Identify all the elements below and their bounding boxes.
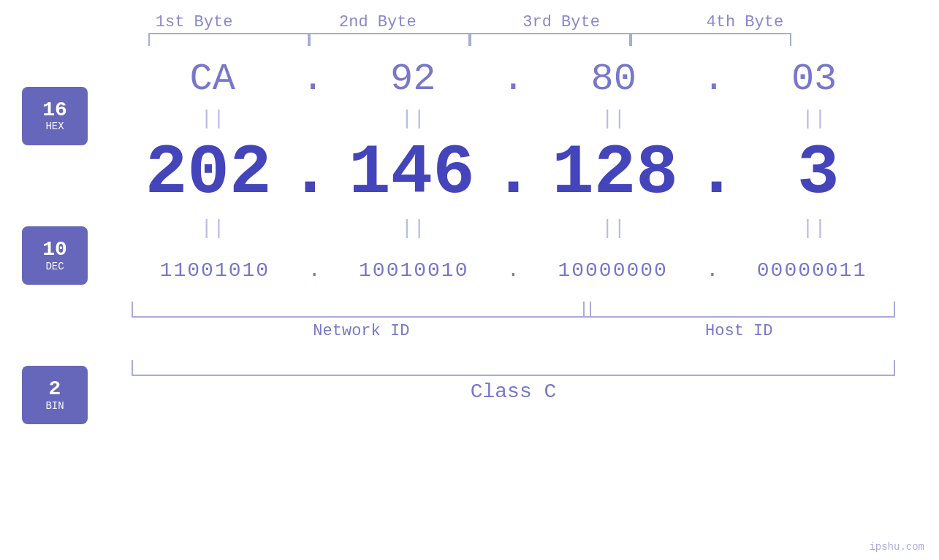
host-id-label: Host ID [583, 322, 896, 340]
hex-num: 16 [42, 99, 67, 122]
network-host-section: Network ID Host ID [102, 302, 924, 360]
hex-dot3: . [702, 58, 725, 101]
hex-dot2: . [502, 58, 525, 101]
eq1-b4: || [741, 109, 887, 129]
hex-b3: 80 [541, 58, 687, 101]
dec-dot1: . [289, 139, 331, 209]
dec-dot3: . [696, 139, 738, 209]
hex-dot1: . [301, 58, 324, 101]
byte2-header: 2nd Byte [297, 13, 458, 31]
bin-dot2: . [507, 259, 520, 282]
eq2-b4: || [741, 218, 887, 239]
hex-badge: 16 HEX [22, 87, 88, 145]
bin-badge: 2 BIN [22, 366, 88, 424]
eq2-b2: || [340, 218, 486, 239]
byte-headers: 1st Byte 2nd Byte 3rd Byte 4th Byte [0, 0, 939, 31]
base-labels: 16 HEX 10 DEC 2 BIN [0, 46, 102, 560]
equals-row-2: || || || || [102, 214, 924, 243]
bin-dot1: . [308, 259, 321, 282]
bin-b3: 10000000 [540, 259, 686, 282]
dec-b2: 146 [338, 139, 484, 209]
bin-b2: 10010010 [341, 259, 487, 282]
byte1-header: 1st Byte [114, 13, 275, 31]
hex-b2: 92 [340, 58, 486, 101]
eq2-b3: || [541, 218, 687, 239]
dec-dot2: . [493, 139, 535, 209]
dec-b3: 128 [542, 139, 688, 209]
bin-num: 2 [49, 378, 61, 401]
top-bracket-4 [631, 33, 791, 46]
byte4-header: 4th Byte [664, 13, 825, 31]
hex-row: CA . 92 . 80 . 03 [102, 46, 924, 104]
bin-row: 11001010 . 10010010 . 10000000 . 0000001… [102, 243, 924, 302]
eq1-b3: || [541, 109, 687, 129]
main-content: 16 HEX 10 DEC 2 BIN CA . 92 . 80 . 03 [0, 46, 939, 560]
hex-b1: CA [140, 58, 286, 101]
dec-b1: 202 [135, 139, 281, 209]
hex-b4: 03 [741, 58, 887, 101]
top-brackets [46, 33, 894, 46]
top-bracket-3 [470, 33, 631, 46]
class-bracket-line [132, 360, 895, 376]
class-section: Class C [102, 360, 924, 418]
dec-b4: 3 [745, 139, 892, 209]
top-bracket-1 [148, 33, 309, 46]
bin-dot3: . [706, 259, 718, 282]
main-container: 1st Byte 2nd Byte 3rd Byte 4th Byte 16 H… [0, 0, 939, 560]
top-bracket-2 [309, 33, 470, 46]
eq2-b1: || [140, 218, 286, 239]
class-label: Class C [132, 380, 895, 403]
network-id-label: Network ID [132, 322, 591, 340]
dec-badge: 10 DEC [22, 226, 88, 285]
byte3-header: 3rd Byte [481, 13, 642, 31]
values-section: CA . 92 . 80 . 03 || || || || 202 [102, 46, 939, 560]
attribution: ipshu.com [869, 541, 924, 553]
hex-label: HEX [45, 121, 64, 132]
dec-row: 202 . 146 . 128 . 3 [102, 134, 924, 214]
dec-num: 10 [42, 239, 67, 261]
equals-row-1: || || || || [102, 104, 924, 134]
eq1-b1: || [140, 109, 286, 129]
dec-label: DEC [45, 261, 64, 272]
bin-b1: 11001010 [142, 259, 288, 282]
host-bracket-line [583, 302, 896, 318]
bin-b4: 00000011 [739, 259, 885, 282]
eq1-b2: || [340, 109, 486, 129]
network-bracket-line [132, 302, 591, 318]
bin-label: BIN [45, 401, 64, 412]
